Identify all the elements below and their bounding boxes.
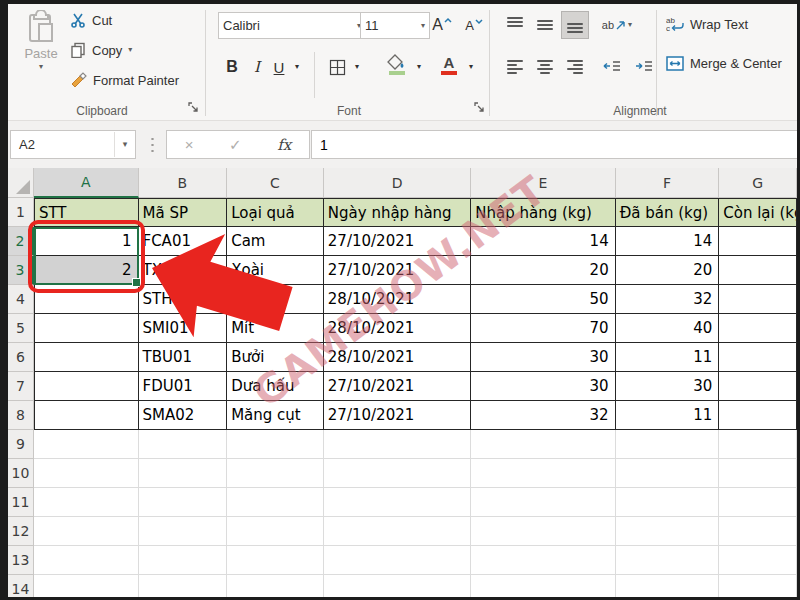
cell-D11[interactable] [324, 488, 471, 517]
cell-D4[interactable]: 28/10/2021 [324, 285, 471, 314]
cell-G7[interactable] [719, 372, 797, 401]
format-painter-button[interactable]: Format Painter [70, 72, 179, 88]
underline-button[interactable]: U [268, 54, 290, 80]
cell-B10[interactable] [139, 459, 228, 488]
cell-B6[interactable]: TBU01 [139, 343, 228, 372]
cell-F12[interactable] [616, 517, 720, 546]
fill-color-button[interactable] [384, 52, 410, 78]
cell-F1[interactable]: Đã bán (kg) [616, 198, 720, 227]
row-header-5[interactable]: 5 [8, 314, 34, 343]
row-header-14[interactable]: 14 [8, 575, 34, 597]
cell-F7[interactable]: 30 [616, 372, 720, 401]
cell-E6[interactable]: 30 [471, 343, 615, 372]
cell-E7[interactable]: 30 [471, 372, 615, 401]
row-header-6[interactable]: 6 [8, 343, 34, 372]
cell-G4[interactable] [719, 285, 797, 314]
fill-color-dropdown-chevron[interactable]: ▾ [412, 54, 426, 80]
column-header-F[interactable]: F [616, 168, 720, 198]
cell-G12[interactable] [719, 517, 797, 546]
row-header-8[interactable]: 8 [8, 401, 34, 430]
cell-D13[interactable] [324, 546, 471, 575]
cell-A14[interactable] [34, 575, 139, 597]
column-header-D[interactable]: D [324, 168, 471, 198]
column-header-A[interactable]: A [34, 168, 139, 198]
cell-B5[interactable]: SMI01 [139, 314, 228, 343]
cell-B11[interactable] [139, 488, 228, 517]
cell-G5[interactable] [719, 314, 797, 343]
cell-D10[interactable] [324, 459, 471, 488]
bottom-align-button[interactable] [562, 12, 588, 38]
cell-A5[interactable] [34, 314, 139, 343]
cell-E5[interactable]: 70 [471, 314, 615, 343]
cell-B4[interactable]: STH02 [139, 285, 228, 314]
cell-C5[interactable]: Mít [227, 314, 324, 343]
cell-G13[interactable] [719, 546, 797, 575]
name-box-chevron-icon[interactable]: ▾ [114, 132, 135, 157]
cell-A3[interactable]: 2 [34, 256, 139, 285]
bold-button[interactable]: B [220, 54, 244, 80]
cell-A10[interactable] [34, 459, 139, 488]
font-size-combo[interactable]: 11 ▾ [360, 12, 430, 39]
font-color-button[interactable]: A [436, 52, 462, 78]
align-center-button[interactable] [532, 54, 558, 80]
column-header-B[interactable]: B [139, 168, 228, 198]
cell-B9[interactable] [139, 430, 228, 459]
row-header-12[interactable]: 12 [8, 517, 34, 546]
cell-F4[interactable]: 32 [616, 285, 720, 314]
cell-A9[interactable] [34, 430, 139, 459]
cell-C7[interactable]: Dưa hấu [227, 372, 324, 401]
cell-F9[interactable] [616, 430, 720, 459]
cell-A13[interactable] [34, 546, 139, 575]
cell-D6[interactable]: 28/10/2021 [324, 343, 471, 372]
cell-A7[interactable] [34, 372, 139, 401]
cell-B12[interactable] [139, 517, 228, 546]
cell-D7[interactable]: 27/10/2021 [324, 372, 471, 401]
column-header-E[interactable]: E [471, 168, 615, 198]
formula-input[interactable]: 1 [311, 130, 797, 159]
row-header-2[interactable]: 2 [8, 227, 34, 256]
cell-G6[interactable] [719, 343, 797, 372]
cell-F14[interactable] [616, 575, 720, 597]
borders-dropdown-chevron[interactable]: ▾ [350, 54, 364, 80]
cell-B13[interactable] [139, 546, 228, 575]
cell-E8[interactable]: 32 [471, 401, 615, 430]
cell-C10[interactable] [227, 459, 324, 488]
cell-B8[interactable]: SMA02 [139, 401, 228, 430]
cell-C4[interactable]: Thơm [227, 285, 324, 314]
cell-G2[interactable] [719, 227, 797, 256]
cell-A1[interactable]: STT [34, 198, 139, 227]
cell-A11[interactable] [34, 488, 139, 517]
cell-A6[interactable] [34, 343, 139, 372]
cell-A12[interactable] [34, 517, 139, 546]
cancel-icon[interactable]: × [185, 136, 194, 153]
cell-F11[interactable] [616, 488, 720, 517]
cell-A8[interactable] [34, 401, 139, 430]
cell-G3[interactable] [719, 256, 797, 285]
cell-B3[interactable]: TXO01 [139, 256, 228, 285]
cell-C12[interactable] [227, 517, 324, 546]
enter-icon[interactable]: ✓ [229, 136, 242, 154]
cell-E12[interactable] [471, 517, 615, 546]
wrap-text-button[interactable]: ab c Wrap Text [666, 16, 748, 32]
cell-E14[interactable] [471, 575, 615, 597]
cell-F5[interactable]: 40 [616, 314, 720, 343]
cell-D12[interactable] [324, 517, 471, 546]
borders-button[interactable] [324, 54, 350, 80]
cell-C8[interactable]: Măng cụt [227, 401, 324, 430]
merge-center-button[interactable]: Merge & Center [666, 56, 797, 71]
cell-C14[interactable] [227, 575, 324, 597]
cell-D3[interactable]: 27/10/2021 [324, 256, 471, 285]
cell-B14[interactable] [139, 575, 228, 597]
cell-E4[interactable]: 50 [471, 285, 615, 314]
orientation-button[interactable]: ab ▾ [600, 12, 634, 38]
cell-B7[interactable]: FDU01 [139, 372, 228, 401]
cell-E2[interactable]: 14 [471, 227, 615, 256]
cell-E13[interactable] [471, 546, 615, 575]
font-dialog-launcher-icon[interactable] [474, 102, 488, 116]
align-left-button[interactable] [502, 54, 528, 80]
row-header-13[interactable]: 13 [8, 546, 34, 575]
italic-button[interactable]: I [246, 54, 268, 80]
cell-C1[interactable]: Loại quả [227, 198, 324, 227]
cell-C9[interactable] [227, 430, 324, 459]
cell-C2[interactable]: Cam [227, 227, 324, 256]
